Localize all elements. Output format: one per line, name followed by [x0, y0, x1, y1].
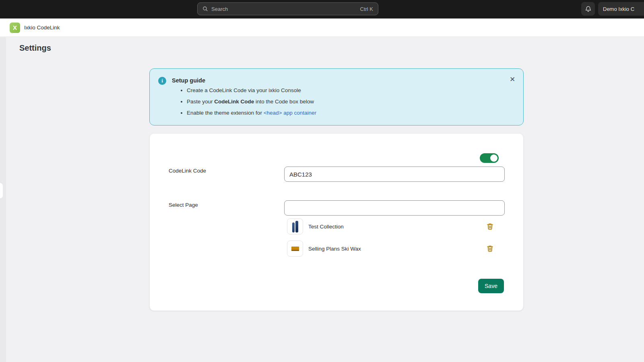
delete-page-button[interactable]: [485, 244, 495, 253]
ski-wax-image: [291, 247, 299, 251]
codelink-code-input[interactable]: [284, 167, 505, 182]
enable-toggle[interactable]: [480, 153, 499, 163]
delete-page-button[interactable]: [485, 222, 495, 231]
search-input[interactable]: Search Ctrl K: [197, 2, 378, 15]
select-page-label: Select Page: [169, 202, 198, 208]
setup-step: Paste your CodeLink Code into the Code b…: [187, 96, 316, 107]
app-header: X Ixkio CodeLink: [0, 19, 644, 37]
account-menu-button[interactable]: Demo Ixkio C: [598, 2, 644, 16]
page-row-title: Selling Plans Ski Wax: [308, 246, 485, 252]
setup-guide-list: Create a CodeLink Code via your ixkio Co…: [187, 85, 316, 119]
setup-guide-title: Setup guide: [172, 77, 205, 84]
search-placeholder: Search: [211, 6, 360, 12]
page-title: Settings: [19, 43, 51, 53]
save-button[interactable]: Save: [478, 279, 504, 293]
app-logo-icon: X: [10, 23, 20, 33]
setup-guide-banner: i Setup guide Create a CodeLink Code via…: [149, 68, 524, 125]
select-page-input[interactable]: [284, 200, 505, 216]
settings-card: CodeLink Code Select Page Test Collectio…: [149, 133, 524, 311]
top-bar: Search Ctrl K Demo Ixkio C: [0, 0, 644, 19]
page-thumbnail: [287, 218, 303, 234]
head-app-container-link[interactable]: <head> app container: [264, 110, 316, 116]
codelink-code-label: CodeLink Code: [169, 168, 206, 174]
app-name: Ixkio CodeLink: [24, 25, 60, 31]
search-shortcut: Ctrl K: [360, 6, 374, 12]
search-icon: [202, 6, 208, 12]
snowboards-image: [292, 220, 298, 232]
page-row-title: Test Collection: [308, 224, 485, 230]
bell-icon: [585, 6, 592, 12]
selected-page-row: Test Collection: [287, 218, 493, 234]
trash-icon: [487, 223, 493, 230]
trash-icon: [487, 245, 493, 252]
info-icon: i: [158, 77, 166, 85]
close-icon[interactable]: ✕: [507, 74, 518, 85]
toggle-knob: [490, 154, 497, 162]
collapsed-sidebar-strip: [0, 37, 6, 362]
setup-step: Enable the theme extension for <head> ap…: [187, 107, 316, 119]
sidebar-expand-handle[interactable]: [0, 183, 3, 198]
selected-page-row: Selling Plans Ski Wax: [287, 241, 493, 257]
setup-step: Create a CodeLink Code via your ixkio Co…: [187, 85, 316, 96]
page-thumbnail: [287, 241, 303, 257]
notifications-button[interactable]: [581, 2, 595, 16]
